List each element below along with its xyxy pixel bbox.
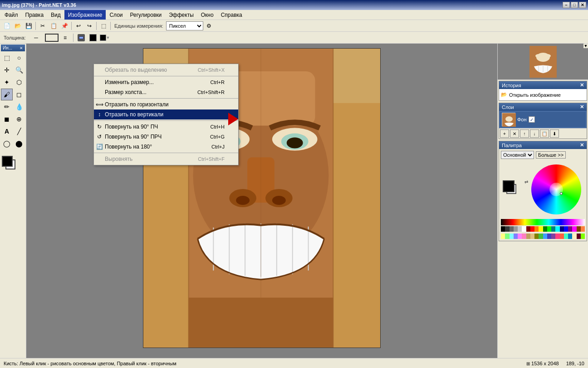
tool-shapes[interactable]: ◯ (1, 138, 13, 149)
tool-clone[interactable]: ⊕ (13, 113, 25, 125)
menu-item-rotate-cw[interactable]: ↻ Повернуть на 90° ПЧ Ctrl+H (94, 122, 238, 132)
swatch-red[interactable] (530, 226, 534, 232)
swatch-olive[interactable] (534, 234, 539, 239)
swatch-violet[interactable] (551, 234, 555, 239)
swatch-khaki[interactable] (530, 234, 534, 239)
swatch-blue[interactable] (564, 226, 568, 232)
swatch-darkgray[interactable] (505, 226, 509, 232)
history-item-open[interactable]: 📂 Открыть изображение (501, 91, 585, 99)
layer-delete-btn[interactable]: ✕ (510, 129, 519, 138)
menu-window[interactable]: Окно (197, 10, 217, 20)
swatch-white[interactable] (522, 226, 526, 232)
swatch-lightyellow[interactable] (501, 234, 505, 239)
swatch-lightgray[interactable] (518, 226, 522, 232)
history-close-icon[interactable]: ✕ (580, 82, 584, 88)
tool-magic-wand[interactable]: ✦ (1, 76, 13, 88)
menu-item-align[interactable]: Выровнять Ctrl+Shift+F (94, 154, 238, 164)
palette-type-select[interactable]: Основной (501, 151, 534, 159)
canvas-area[interactable]: Обрезать по выделению Ctrl+Shift+X Измен… (26, 44, 497, 358)
swatch-peach[interactable] (581, 226, 585, 232)
toolbar-blend-mode[interactable] (76, 33, 86, 43)
swatch-red-dark[interactable] (526, 226, 530, 232)
swatch-magenta[interactable] (572, 226, 576, 232)
menu-adjustments[interactable]: Регулировки (127, 10, 166, 20)
toolbar-cut[interactable]: ✂ (38, 21, 48, 31)
tool-zoom[interactable]: 🔍 (13, 64, 25, 76)
tool-color-picker[interactable]: 💧 (13, 101, 25, 113)
swatch-yellow[interactable] (539, 226, 543, 232)
toolbar-copy[interactable]: 📋 (49, 21, 59, 31)
menu-item-rotate-ccw[interactable]: ↺ Повернуть на 90° ПРЧ Ctrl+G (94, 132, 238, 142)
menu-item-flip-h[interactable]: ⟺ Отразить по горизонтали (94, 99, 238, 109)
toolbar-opacity[interactable]: ≡ (60, 33, 70, 43)
layer-down-btn[interactable]: ↓ (530, 129, 539, 138)
menu-effects[interactable]: Эффекты (165, 10, 197, 20)
toolbar-save[interactable]: 💾 (24, 21, 34, 31)
tool-paint-bucket[interactable]: ⬡ (13, 76, 25, 88)
swatch-purple[interactable] (568, 226, 572, 232)
swatch-tan[interactable] (526, 234, 530, 239)
toolbar-color-swatch[interactable] (88, 33, 98, 43)
layers-close-icon[interactable]: ✕ (580, 104, 584, 110)
layer-add-btn[interactable]: + (500, 129, 509, 138)
close-button[interactable]: ✕ (579, 2, 586, 8)
layer-visibility-check[interactable]: ✓ (529, 116, 535, 123)
menu-item-rotate-180[interactable]: 🔄 Повернуть на 180° Ctrl+J (94, 142, 238, 152)
swatch-maroon[interactable] (577, 234, 581, 239)
swatch-green-dark[interactable] (543, 226, 547, 232)
swatch-periwinkle[interactable] (514, 234, 518, 239)
toolbox-header[interactable]: Ин... ✕ (1, 45, 25, 51)
maximize-button[interactable]: □ (571, 2, 578, 8)
swatch-pink[interactable] (522, 234, 526, 239)
toolbar-settings[interactable]: ⚙ (204, 21, 214, 31)
swatch-sky[interactable] (543, 234, 547, 239)
tool-recolor[interactable]: ⬤ (13, 138, 25, 149)
toolbar-undo[interactable]: ↩ (74, 21, 83, 31)
menu-item-resize[interactable]: Изменить размер... Ctrl+R (94, 77, 238, 87)
swatch-lightgreen[interactable] (505, 234, 509, 239)
menu-edit[interactable]: Правка (22, 10, 48, 20)
swatch-brown[interactable] (577, 226, 581, 232)
menu-help[interactable]: Справка (217, 10, 246, 20)
toolbar-paste[interactable]: 📌 (59, 21, 69, 31)
swatch-rose[interactable] (555, 234, 559, 239)
spectrum-bar[interactable] (501, 219, 585, 225)
toolbar-redo[interactable]: ↪ (84, 21, 94, 31)
toolbar-brush-size-1[interactable]: ─ (29, 33, 43, 43)
swatch-azure[interactable] (568, 234, 572, 239)
toolbar-brush-size-2[interactable] (45, 34, 59, 42)
tool-text[interactable]: A (1, 125, 13, 137)
swatch-chartreuse[interactable] (581, 234, 585, 239)
color-wheel[interactable] (531, 164, 581, 214)
minimize-button[interactable]: − (563, 2, 570, 8)
swatch-navy[interactable] (560, 226, 564, 232)
palette-close-icon[interactable]: ✕ (580, 142, 584, 148)
swatch-mint[interactable] (564, 234, 568, 239)
swatch-cream[interactable] (572, 234, 576, 239)
swatch-lightmagenta[interactable] (518, 234, 522, 239)
swatch-cyan[interactable] (555, 226, 559, 232)
layer-row-bg[interactable]: Фон ✓ (500, 112, 586, 127)
tool-gradient[interactable]: ◼ (1, 113, 13, 125)
swatch-silver[interactable] (514, 226, 518, 232)
swatch-green[interactable] (547, 226, 551, 232)
menu-item-canvas-size[interactable]: Размер холста... Ctrl+Shift+R (94, 87, 238, 97)
thumbnail-settings-icon[interactable]: ▼ (583, 44, 588, 48)
tool-move[interactable]: ✛ (1, 64, 13, 76)
layer-merge-btn[interactable]: ⬇ (550, 129, 559, 138)
swatch-indigo[interactable] (547, 234, 551, 239)
toolbox-close-icon[interactable]: ✕ (20, 46, 23, 50)
swatch-gray[interactable] (510, 226, 514, 232)
layer-up-btn[interactable]: ↑ (520, 129, 529, 138)
swatch-coral[interactable] (560, 234, 564, 239)
tool-pencil[interactable]: ✏ (1, 101, 13, 113)
tool-eraser[interactable]: ◻ (13, 89, 25, 100)
layer-duplicate-btn[interactable]: 📋 (540, 129, 549, 138)
toolbar-new[interactable]: 📄 (2, 21, 12, 31)
toolbar-deselect[interactable]: ⬚ (98, 21, 108, 31)
tool-line[interactable]: ╱ (13, 125, 25, 137)
menu-layers[interactable]: Слои (106, 10, 126, 20)
swatch-lightcyan[interactable] (510, 234, 514, 239)
menu-view[interactable]: Вид (47, 10, 64, 20)
swap-colors-icon[interactable]: ⇄ (524, 179, 528, 184)
